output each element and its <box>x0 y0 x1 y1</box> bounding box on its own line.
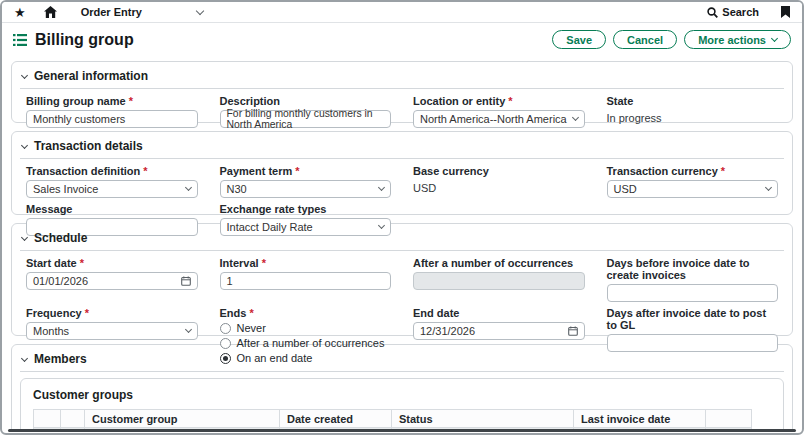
chevron-down-icon <box>765 184 772 191</box>
billing-group-name-field: Billing group name Monthly customers <box>26 95 198 128</box>
payment-term-value: N30 <box>227 183 247 195</box>
billing-group-name-input[interactable]: Monthly customers <box>26 110 198 128</box>
payment-term-field: Payment term N30 <box>220 165 392 198</box>
ends-field: Ends Never After a number of occurrences… <box>220 307 392 367</box>
ends-option-occurrences[interactable]: After a number of occurrences <box>220 337 392 349</box>
required-marker <box>505 95 512 107</box>
field-label: Message <box>26 203 198 215</box>
exchange-rate-types-select[interactable]: Intacct Daily Rate <box>220 218 392 236</box>
list-icon <box>13 34 27 46</box>
radio-label: After a number of occurrences <box>237 337 385 349</box>
radio-icon <box>220 338 231 349</box>
required-marker <box>82 307 89 319</box>
radio-label: Never <box>237 322 266 334</box>
row-number-column-header <box>61 410 85 428</box>
interval-input[interactable]: 1 <box>220 272 392 290</box>
field-label: After a number of occurrences <box>413 257 585 269</box>
field-label: State <box>607 95 779 107</box>
days-after-input[interactable] <box>607 334 779 352</box>
module-selector-label: Order Entry <box>81 6 142 18</box>
customer-groups-title: Customer groups <box>33 388 771 402</box>
bookmark-icon[interactable] <box>781 6 790 18</box>
calendar-icon[interactable] <box>568 326 578 336</box>
state-field: State In progress <box>607 95 779 128</box>
occurrences-field: After a number of occurrences <box>413 257 585 302</box>
location-select-value: North America--North America <box>420 113 567 125</box>
transaction-currency-select[interactable]: USD <box>607 180 779 198</box>
calendar-icon[interactable] <box>181 276 191 286</box>
more-actions-button[interactable]: More actions <box>684 30 791 49</box>
frequency-select[interactable]: Months <box>26 322 198 340</box>
required-marker <box>77 257 84 269</box>
transaction-currency-field: Transaction currency USD <box>607 165 779 198</box>
field-label: End date <box>413 307 585 319</box>
transaction-definition-select[interactable]: Sales Invoice <box>26 180 198 198</box>
field-label: Days after invoice date to post to GL <box>607 307 779 331</box>
general-information-header[interactable]: General information <box>20 66 784 89</box>
general-information-section: General information Billing group name M… <box>11 61 793 123</box>
days-before-input[interactable] <box>607 284 779 302</box>
location-select[interactable]: North America--North America <box>413 110 585 128</box>
global-search[interactable]: Search <box>707 6 759 18</box>
top-navigation-bar: ★ Order Entry Search <box>2 2 802 23</box>
transaction-definition-field: Transaction definition Sales Invoice <box>26 165 198 198</box>
required-marker <box>259 257 266 269</box>
radio-icon <box>220 323 231 334</box>
base-currency-value: USD <box>413 180 585 194</box>
field-label: Interval <box>220 257 392 269</box>
actions-column-header <box>706 410 752 428</box>
field-label: Payment term <box>220 165 392 177</box>
page-title: Billing group <box>35 31 134 49</box>
chevron-down-icon <box>378 184 385 191</box>
start-date-value: 01/01/2026 <box>33 275 88 287</box>
location-field: Location or entity North America--North … <box>413 95 585 128</box>
billing-group-page: ★ Order Entry Search Billing group <box>0 0 804 435</box>
module-selector[interactable]: Order Entry <box>81 6 203 18</box>
required-marker <box>246 307 253 319</box>
chevron-down-icon <box>21 141 28 148</box>
required-marker <box>292 165 299 177</box>
payment-term-select[interactable]: N30 <box>220 180 392 198</box>
required-marker <box>718 165 725 177</box>
frequency-value: Months <box>33 325 69 337</box>
section-title: General information <box>34 69 148 83</box>
field-label: Frequency <box>26 307 198 319</box>
days-after-field: Days after invoice date to post to GL <box>607 307 779 367</box>
table-header-row: Customer group Date created Status Last … <box>34 410 752 428</box>
required-marker <box>126 95 133 107</box>
favorite-star-icon[interactable]: ★ <box>14 6 26 19</box>
last-invoice-date-column-header: Last invoice date <box>574 410 706 428</box>
start-date-field: Start date 01/01/2026 <box>26 257 198 302</box>
customer-groups-panel: Customer groups Customer group Date crea… <box>20 378 784 430</box>
section-title: Schedule <box>34 231 87 245</box>
state-value: In progress <box>607 110 779 124</box>
section-title: Transaction details <box>34 139 143 153</box>
field-label: Ends <box>220 307 392 319</box>
description-input[interactable]: For billing monthly customers in North A… <box>220 110 392 128</box>
form-content: General information Billing group name M… <box>2 56 802 430</box>
date-created-column-header: Date created <box>280 410 392 428</box>
field-label: Description <box>220 95 392 107</box>
radio-selected-icon <box>220 353 231 364</box>
chevron-down-icon <box>195 6 203 14</box>
chevron-down-icon <box>378 222 385 229</box>
status-column-header: Status <box>392 410 574 428</box>
home-icon[interactable] <box>44 6 57 18</box>
field-label: Days before invoice date to create invoi… <box>607 257 779 281</box>
page-header: Billing group Save Cancel More actions <box>2 23 802 56</box>
base-currency-field: Base currency USD <box>413 165 585 198</box>
transaction-details-header[interactable]: Transaction details <box>20 136 784 159</box>
end-date-field: End date 12/31/2026 <box>413 307 585 367</box>
ends-option-never[interactable]: Never <box>220 322 392 334</box>
end-date-input[interactable]: 12/31/2026 <box>413 322 585 340</box>
start-date-input[interactable]: 01/01/2026 <box>26 272 198 290</box>
cancel-button[interactable]: Cancel <box>613 30 677 49</box>
section-title: Members <box>34 352 87 366</box>
interval-field: Interval 1 <box>220 257 392 302</box>
occurrences-input <box>413 272 585 290</box>
ends-option-end-date[interactable]: On an end date <box>220 352 392 364</box>
search-label: Search <box>722 6 759 18</box>
schedule-section: Schedule Start date 01/01/2026 Interval … <box>11 223 793 336</box>
chevron-down-icon <box>771 35 778 42</box>
save-button[interactable]: Save <box>552 30 606 49</box>
